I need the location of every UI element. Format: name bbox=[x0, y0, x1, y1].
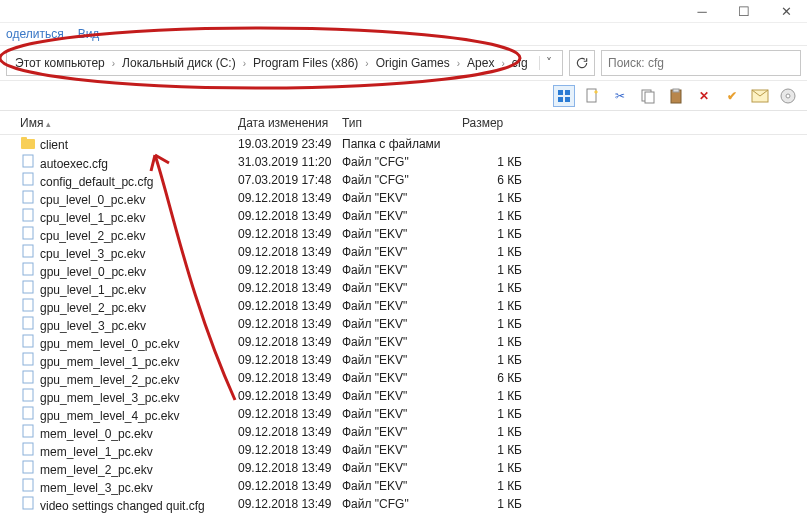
file-row[interactable]: gpu_level_2_pc.ekv09.12.2018 13:49Файл "… bbox=[0, 297, 807, 315]
delete-button[interactable]: ✕ bbox=[693, 85, 715, 107]
svg-rect-3 bbox=[565, 97, 570, 102]
new-button[interactable] bbox=[581, 85, 603, 107]
file-name: gpu_mem_level_1_pc.ekv bbox=[40, 355, 179, 369]
file-row[interactable]: client19.03.2019 23:49Папка с файлами bbox=[0, 135, 807, 153]
header-name[interactable]: Имя bbox=[20, 116, 238, 130]
file-row[interactable]: config_default_pc.cfg07.03.2019 17:48Фай… bbox=[0, 171, 807, 189]
file-icon bbox=[20, 370, 36, 384]
file-row[interactable]: cpu_level_0_pc.ekv09.12.2018 13:49Файл "… bbox=[0, 189, 807, 207]
file-size: 1 КБ bbox=[462, 497, 542, 511]
file-icon bbox=[20, 460, 36, 474]
file-row[interactable]: gpu_mem_level_4_pc.ekv09.12.2018 13:49Фа… bbox=[0, 405, 807, 423]
file-size: 1 КБ bbox=[462, 461, 542, 475]
crumb-cfg[interactable]: cfg bbox=[508, 56, 532, 70]
file-type: Файл "EKV" bbox=[342, 353, 462, 367]
grid-icon bbox=[557, 89, 571, 103]
refresh-button[interactable] bbox=[569, 50, 595, 76]
crumb-drive[interactable]: Локальный диск (C:) bbox=[118, 56, 240, 70]
close-button[interactable]: ✕ bbox=[765, 0, 807, 22]
file-date: 09.12.2018 13:49 bbox=[238, 335, 342, 349]
file-name: gpu_mem_level_2_pc.ekv bbox=[40, 373, 179, 387]
file-row[interactable]: video settings changed quit.cfg09.12.201… bbox=[0, 495, 807, 513]
file-row[interactable]: mem_level_1_pc.ekv09.12.2018 13:49Файл "… bbox=[0, 441, 807, 459]
breadcrumb-dropdown[interactable]: ˅ bbox=[539, 56, 558, 70]
menu-share[interactable]: оделиться bbox=[6, 27, 64, 41]
chevron-right-icon: › bbox=[109, 58, 118, 69]
file-name-cell: gpu_level_1_pc.ekv bbox=[20, 280, 238, 297]
file-icon bbox=[20, 406, 36, 420]
cut-button[interactable]: ✂ bbox=[609, 85, 631, 107]
file-row[interactable]: cpu_level_3_pc.ekv09.12.2018 13:49Файл "… bbox=[0, 243, 807, 261]
breadcrumb[interactable]: Этот компьютер › Локальный диск (C:) › P… bbox=[6, 50, 563, 76]
header-type[interactable]: Тип bbox=[342, 116, 462, 130]
minimize-button[interactable]: ─ bbox=[681, 0, 723, 22]
file-name-cell: autoexec.cfg bbox=[20, 154, 238, 171]
file-type: Файл "EKV" bbox=[342, 425, 462, 439]
file-row[interactable]: gpu_mem_level_1_pc.ekv09.12.2018 13:49Фа… bbox=[0, 351, 807, 369]
menu-view[interactable]: Вид bbox=[78, 27, 100, 41]
file-type: Файл "EKV" bbox=[342, 407, 462, 421]
file-icon bbox=[20, 154, 36, 168]
file-name-cell: cpu_level_1_pc.ekv bbox=[20, 208, 238, 225]
file-row[interactable]: gpu_level_3_pc.ekv09.12.2018 13:49Файл "… bbox=[0, 315, 807, 333]
svg-rect-9 bbox=[673, 89, 679, 92]
crumb-origin[interactable]: Origin Games bbox=[372, 56, 454, 70]
file-icon bbox=[20, 388, 36, 402]
copy-icon bbox=[640, 88, 656, 104]
header-date[interactable]: Дата изменения bbox=[238, 116, 342, 130]
file-type: Файл "EKV" bbox=[342, 281, 462, 295]
file-date: 09.12.2018 13:49 bbox=[238, 461, 342, 475]
file-row[interactable]: gpu_level_0_pc.ekv09.12.2018 13:49Файл "… bbox=[0, 261, 807, 279]
file-name: gpu_mem_level_3_pc.ekv bbox=[40, 391, 179, 405]
file-name: autoexec.cfg bbox=[40, 157, 108, 171]
file-row[interactable]: gpu_mem_level_0_pc.ekv09.12.2018 13:49Фа… bbox=[0, 333, 807, 351]
svg-rect-29 bbox=[23, 407, 33, 419]
file-row[interactable]: cpu_level_1_pc.ekv09.12.2018 13:49Файл "… bbox=[0, 207, 807, 225]
file-icon bbox=[20, 172, 36, 186]
file-icon bbox=[20, 478, 36, 492]
view-button[interactable] bbox=[553, 85, 575, 107]
file-row[interactable]: gpu_mem_level_2_pc.ekv09.12.2018 13:49Фа… bbox=[0, 369, 807, 387]
svg-rect-26 bbox=[23, 353, 33, 365]
file-type: Файл "EKV" bbox=[342, 227, 462, 241]
svg-rect-31 bbox=[23, 443, 33, 455]
copy-button[interactable] bbox=[637, 85, 659, 107]
crumb-apex[interactable]: Apex bbox=[463, 56, 498, 70]
file-date: 09.12.2018 13:49 bbox=[238, 209, 342, 223]
file-name: mem_level_1_pc.ekv bbox=[40, 445, 153, 459]
header-size[interactable]: Размер bbox=[462, 116, 542, 130]
crumb-pf86[interactable]: Program Files (x86) bbox=[249, 56, 362, 70]
file-name: cpu_level_1_pc.ekv bbox=[40, 211, 145, 225]
confirm-button[interactable]: ✔ bbox=[721, 85, 743, 107]
maximize-button[interactable]: ☐ bbox=[723, 0, 765, 22]
file-row[interactable]: mem_level_0_pc.ekv09.12.2018 13:49Файл "… bbox=[0, 423, 807, 441]
file-row[interactable]: gpu_level_1_pc.ekv09.12.2018 13:49Файл "… bbox=[0, 279, 807, 297]
search-input[interactable]: Поиск: cfg bbox=[601, 50, 801, 76]
svg-rect-20 bbox=[23, 245, 33, 257]
file-row[interactable]: mem_level_2_pc.ekv09.12.2018 13:49Файл "… bbox=[0, 459, 807, 477]
file-icon bbox=[20, 262, 36, 276]
burn-button[interactable] bbox=[777, 85, 799, 107]
file-name: mem_level_3_pc.ekv bbox=[40, 481, 153, 495]
file-list[interactable]: client19.03.2019 23:49Папка с файламиaut… bbox=[0, 135, 807, 513]
svg-rect-27 bbox=[23, 371, 33, 383]
file-date: 09.12.2018 13:49 bbox=[238, 389, 342, 403]
file-size: 1 КБ bbox=[462, 299, 542, 313]
file-name-cell: mem_level_2_pc.ekv bbox=[20, 460, 238, 477]
refresh-icon bbox=[575, 56, 589, 70]
file-row[interactable]: cpu_level_2_pc.ekv09.12.2018 13:49Файл "… bbox=[0, 225, 807, 243]
file-date: 19.03.2019 23:49 bbox=[238, 137, 342, 151]
document-star-icon bbox=[584, 88, 600, 104]
file-type: Файл "CFG" bbox=[342, 155, 462, 169]
clipboard-icon bbox=[668, 88, 684, 104]
crumb-pc[interactable]: Этот компьютер bbox=[11, 56, 109, 70]
file-row[interactable]: mem_level_3_pc.ekv09.12.2018 13:49Файл "… bbox=[0, 477, 807, 495]
file-date: 07.03.2019 17:48 bbox=[238, 173, 342, 187]
file-date: 09.12.2018 13:49 bbox=[238, 263, 342, 277]
file-name-cell: video settings changed quit.cfg bbox=[20, 496, 238, 513]
file-row[interactable]: autoexec.cfg31.03.2019 11:20Файл "CFG"1 … bbox=[0, 153, 807, 171]
paste-button[interactable] bbox=[665, 85, 687, 107]
file-name-cell: cpu_level_3_pc.ekv bbox=[20, 244, 238, 261]
file-row[interactable]: gpu_mem_level_3_pc.ekv09.12.2018 13:49Фа… bbox=[0, 387, 807, 405]
mail-button[interactable] bbox=[749, 85, 771, 107]
